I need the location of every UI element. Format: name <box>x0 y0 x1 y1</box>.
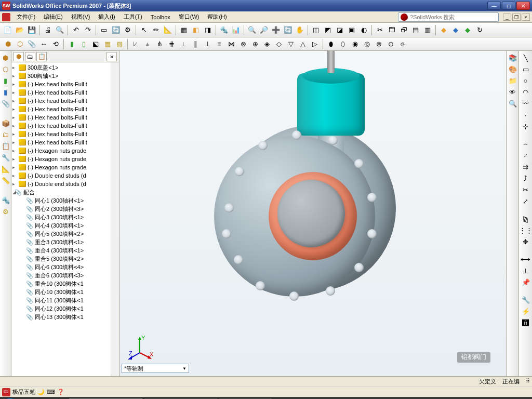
tree-mate-item[interactable]: 📎同心11 (300阀体<1 <box>11 296 119 304</box>
menu-help[interactable]: 帮助(H) <box>203 12 231 22</box>
sk-offset-icon[interactable]: ⇉ <box>521 162 530 171</box>
tree-tab-feature[interactable]: ⬢ <box>14 52 24 61</box>
tree-mate-item[interactable]: 📎重合4 (300填料<1> <box>11 246 119 255</box>
options-icon[interactable]: ⚙ <box>122 24 134 36</box>
asm-a6-icon[interactable]: ∥ <box>190 38 201 50</box>
menu-insert[interactable]: 插入(I) <box>94 12 119 22</box>
exp2-icon[interactable]: ◆ <box>450 24 461 36</box>
asm-a5-icon[interactable]: ⟂ <box>178 38 189 50</box>
cm-c5-icon[interactable]: 📐 <box>1 164 10 174</box>
tree-mate-item[interactable]: 📎重合3 (300填料<1> <box>11 238 119 246</box>
cm-c3-icon[interactable]: 📋 <box>1 141 10 151</box>
ime-moon-icon[interactable]: 🌙 <box>37 389 45 395</box>
asm-b3-icon[interactable]: ◉ <box>349 38 361 50</box>
window2-icon[interactable]: 🗗 <box>398 24 409 36</box>
asm-a9-icon[interactable]: ⋈ <box>225 38 237 50</box>
sk-dim-icon[interactable]: ⟷ <box>521 255 530 264</box>
sk-mirror-icon[interactable]: ⧎ <box>521 214 530 223</box>
tree-tab-config[interactable]: 🗂 <box>25 52 35 61</box>
mdi-close[interactable]: × <box>522 14 530 21</box>
sk-circle-icon[interactable]: ○ <box>521 76 530 85</box>
view-orientation-dropdown[interactable]: *等轴测 ▼ <box>122 364 189 373</box>
menu-view[interactable]: 视图(V) <box>67 12 95 22</box>
tree-mate-item[interactable]: 📎重合5 (300填料<2> <box>11 255 119 263</box>
menu-window[interactable]: 窗口(W) <box>175 12 204 22</box>
exp4-icon[interactable]: ↻ <box>474 24 485 36</box>
tree-mate-item[interactable]: 📎同心6 (300填料<4> <box>11 263 119 271</box>
minimize-button[interactable]: — <box>487 2 501 10</box>
tp-design-icon[interactable]: 🎨 <box>508 64 517 74</box>
tree-mate-item[interactable]: 📎重合6 (300填料<3> <box>11 271 119 280</box>
tree-mates-header[interactable]: ◢📎配合 <box>11 188 119 196</box>
tree-part-item[interactable]: ▸(-) Hex head bolts-Full t <box>11 130 119 138</box>
asm-b6-icon[interactable]: ⊙ <box>385 38 396 50</box>
asm-a15-icon[interactable]: △ <box>297 38 309 50</box>
tree-mate-item[interactable]: 📎同心4 (300填料<1> <box>11 221 119 230</box>
tree-part-item[interactable]: ▸(-) Hexagon nuts grade <box>11 163 119 171</box>
maximize-button[interactable]: ◻ <box>502 2 515 10</box>
feature-tree[interactable]: ▸300底盖<1>▸300阀轴<1>▸(-) Hex head bolts-Fu… <box>11 62 119 376</box>
view4-icon[interactable]: ▣ <box>346 24 357 36</box>
view3-icon[interactable]: ◪ <box>334 24 345 36</box>
asm-a2-icon[interactable]: ⟁ <box>142 38 153 50</box>
sk-trim-icon[interactable]: ✂ <box>521 185 530 194</box>
cm-c4-icon[interactable]: 🔧 <box>1 153 10 162</box>
tp-appearance-icon[interactable]: 🔍 <box>508 99 517 108</box>
cm-d1-icon[interactable]: 🔩 <box>1 195 10 205</box>
sk-chamfer-icon[interactable]: ⟋ <box>521 151 530 160</box>
open-icon[interactable]: 📂 <box>14 24 25 36</box>
cm-b2-icon[interactable]: ▮ <box>1 87 10 97</box>
tp-view-icon[interactable]: 👁 <box>508 87 517 97</box>
sk-move-icon[interactable]: ✥ <box>521 237 530 246</box>
toolbox-icon[interactable]: 🔩 <box>218 24 230 36</box>
status-grip-icon[interactable]: ⠿ <box>526 378 530 385</box>
window3-icon[interactable]: ▤ <box>410 24 421 36</box>
sk-center-icon[interactable]: ⊹ <box>521 122 530 131</box>
exp1-icon[interactable]: ◆ <box>438 24 449 36</box>
tree-mate-item[interactable]: 📎同心10 (300阀体<1 <box>11 288 119 296</box>
sk-repair-icon[interactable]: 🔧 <box>521 295 530 304</box>
sk-3d-icon[interactable]: 🅰 <box>521 318 530 327</box>
zoom-area-icon[interactable]: 🔎 <box>258 24 270 36</box>
tree-mate-item[interactable]: 📎重合10 (300阀体<1 <box>11 280 119 288</box>
cm-d2-icon[interactable]: ⚙ <box>1 207 10 216</box>
asm-a8-icon[interactable]: ≡ <box>214 38 225 50</box>
undo-icon[interactable]: ↶ <box>70 24 82 36</box>
tree-mate-item[interactable]: 📎同心13 (300阀体<1 <box>11 313 119 321</box>
select-icon[interactable]: ▭ <box>98 24 110 36</box>
cm-c6-icon[interactable]: 📏 <box>1 176 10 185</box>
sk-line-icon[interactable]: ╲ <box>521 53 530 62</box>
tree-part-item[interactable]: ▸(-) Hex head bolts-Full t <box>11 80 119 88</box>
sk-arc-icon[interactable]: ◠ <box>521 87 530 97</box>
sk-quick-icon[interactable]: ⚡ <box>521 307 530 316</box>
sk-fix-icon[interactable]: 📌 <box>521 277 530 287</box>
section-icon[interactable]: ✂ <box>374 24 385 36</box>
asm-a7-icon[interactable]: ⊥ <box>202 38 213 50</box>
shade-icon[interactable]: ◐ <box>358 24 369 36</box>
tree-part-item[interactable]: ▸(-) Hexagon nuts grade <box>11 147 119 155</box>
cm-c1-icon[interactable]: 📦 <box>1 118 10 128</box>
tree-part-item[interactable]: ▸(-) Double end studs (d <box>11 180 119 188</box>
tp-explorer-icon[interactable]: 📁 <box>508 76 517 85</box>
search-box[interactable]: ? <box>398 12 499 22</box>
arrow-icon[interactable]: ↖ <box>138 24 150 36</box>
tree-scrollbar[interactable] <box>111 62 119 376</box>
asm-move-icon[interactable]: ↔ <box>38 38 49 50</box>
pan-icon[interactable]: ✋ <box>294 24 305 36</box>
cm-features-icon[interactable]: ⬢ <box>1 53 10 62</box>
exp3-icon[interactable]: ◆ <box>462 24 473 36</box>
ime-help-icon[interactable]: ❓ <box>57 389 64 395</box>
ime-kb-icon[interactable]: ⌨ <box>47 389 55 395</box>
tree-tab-prop[interactable]: 📋 <box>36 52 47 61</box>
asm-b2-icon[interactable]: ⬯ <box>337 38 349 50</box>
search-input[interactable] <box>413 14 496 20</box>
menu-file[interactable]: 文件(F) <box>12 12 39 22</box>
asm-show-icon[interactable]: ▧ <box>114 38 125 50</box>
zoom-in-icon[interactable]: ➕ <box>270 24 282 36</box>
asm-a4-icon[interactable]: ⋕ <box>166 38 177 50</box>
asm-mirror-icon[interactable]: ⬕ <box>90 38 101 50</box>
tree-mate-item[interactable]: 📎同心12 (300阀体<1 <box>11 304 119 313</box>
sk-spline-icon[interactable]: 〰 <box>521 99 530 108</box>
tree-mate-item[interactable]: 📎同心5 (300填料<2> <box>11 230 119 238</box>
new-icon[interactable]: 📄 <box>2 24 14 36</box>
